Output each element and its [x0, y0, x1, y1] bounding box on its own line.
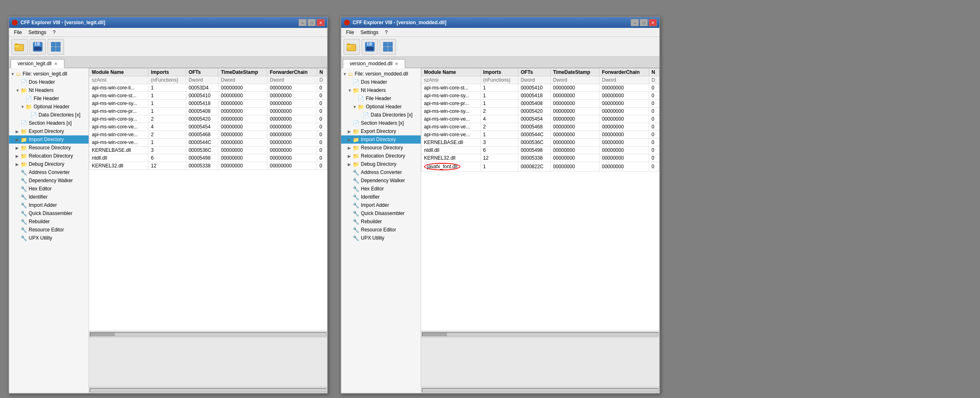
sidebar-item-file-header[interactable]: 📄File Header: [341, 94, 421, 103]
sidebar-item-address-converter[interactable]: 🔧Address Converter: [341, 168, 421, 176]
close-button[interactable]: ✕: [649, 19, 657, 26]
sidebar-item-dependency-walker[interactable]: 🔧Dependency Walker: [341, 176, 421, 185]
menu-item-?[interactable]: ?: [382, 29, 391, 36]
table-cell-3-0: api-ms-win-core-sy...: [422, 108, 481, 115]
maximize-button[interactable]: □: [308, 19, 316, 26]
close-button[interactable]: ✕: [317, 19, 325, 26]
table-row[interactable]: ntdll.dll60000549800000000000000000: [89, 154, 327, 162]
save-button[interactable]: [30, 39, 46, 55]
sidebar-item-rebuilder[interactable]: 🔧Rebuilder: [9, 217, 89, 226]
table-cell-10-0: javafx_font.dll: [422, 162, 481, 172]
sidebar-item-dos-header[interactable]: 📄Dos Header: [9, 78, 89, 86]
table-row[interactable]: javafx_font.dll10000822C0000000000000000…: [422, 162, 659, 172]
sidebar-item-relocation-directory[interactable]: ▶📁Relocation Directory: [9, 152, 89, 160]
table-cell-6-2: 0000544C: [518, 131, 550, 139]
sidebar-item-quick-disassembler[interactable]: 🔧Quick Disassembler: [341, 209, 421, 217]
sidebar-item-quick-disassembler[interactable]: 🔧Quick Disassembler: [9, 209, 89, 217]
tiles-button[interactable]: [48, 39, 64, 55]
maximize-button[interactable]: □: [640, 19, 648, 26]
sidebar-item-hex-editor[interactable]: 🔧Hex Editor: [341, 185, 421, 193]
sidebar-item-nt-headers[interactable]: ▼📁Nt Headers: [341, 86, 421, 94]
open-button[interactable]: [344, 39, 360, 55]
tiles-button[interactable]: [380, 39, 396, 55]
table-row[interactable]: api-ms-win-core-st...1000054100000000000…: [422, 84, 659, 92]
sidebar-item-section-headers--x-[interactable]: 📄Section Headers [x]: [341, 119, 421, 127]
table-row[interactable]: ntdll.dll60000549800000000000000000: [422, 146, 659, 154]
sidebar-item-import-directory[interactable]: ▶📁Import Directory: [341, 135, 421, 144]
table-row[interactable]: api-ms-win-core-sy...1000054180000000000…: [89, 100, 327, 108]
table-row[interactable]: KERNEL32.dll120000533800000000000000000: [422, 154, 659, 162]
scrollbar-thumb[interactable]: [90, 333, 115, 336]
table-row[interactable]: api-ms-win-core-ve...2000054680000000000…: [89, 131, 327, 139]
sidebar-item-debug-directory[interactable]: ▶📁Debug Directory: [9, 160, 89, 168]
table-row[interactable]: api-ms-win-core-st...1000054100000000000…: [89, 92, 327, 100]
tab-close-button[interactable]: ✕: [54, 62, 57, 66]
tab-main[interactable]: version_modded.dll✕: [343, 59, 405, 68]
sidebar-item-import-adder[interactable]: 🔧Import Adder: [341, 201, 421, 209]
sidebar-item-debug-directory[interactable]: ▶📁Debug Directory: [341, 160, 421, 168]
sidebar-item-upx-utility[interactable]: 🔧UPX Utility: [9, 234, 89, 242]
menu-item-file[interactable]: File: [343, 29, 357, 36]
horizontal-scrollbar[interactable]: [421, 331, 659, 337]
table-row[interactable]: api-ms-win-core-ve...2000054680000000000…: [422, 123, 659, 131]
tab-main[interactable]: version_legit.dll✕: [11, 59, 64, 68]
tab-close-button[interactable]: ✕: [395, 62, 398, 66]
table-container[interactable]: Module NameImportsOFTsTimeDateStampForwa…: [421, 68, 659, 331]
sidebar-item-relocation-directory[interactable]: ▶📁Relocation Directory: [341, 152, 421, 160]
sidebar-item-file--version-legit-dll[interactable]: ▼🗂File: version_legit.dll: [9, 70, 89, 78]
sidebar-item-resource-directory[interactable]: ▶📁Resource Directory: [9, 144, 89, 152]
menu-item-settings[interactable]: Settings: [25, 29, 49, 36]
main-area: ▼🗂File: version_modded.dll📄Dos Header▼📁N…: [341, 68, 659, 393]
sidebar-item-data-directories--x-[interactable]: 📄Data Directories [x]: [341, 111, 421, 119]
table-row[interactable]: api-ms-win-core-ve...10000544C0000000000…: [422, 131, 659, 139]
table-row[interactable]: api-ms-win-core-sy...1000054180000000000…: [422, 92, 659, 100]
table-container[interactable]: Module NameImportsOFTsTimeDateStampForwa…: [89, 68, 327, 331]
sidebar-item-import-directory[interactable]: ▶📁Import Directory: [9, 135, 89, 144]
minimize-button[interactable]: –: [631, 19, 639, 26]
save-button[interactable]: [362, 39, 378, 55]
minimize-button[interactable]: –: [299, 19, 307, 26]
sidebar-item-file-header[interactable]: 📄File Header: [9, 94, 89, 103]
svg-point-12: [344, 20, 350, 25]
table-row[interactable]: api-ms-win-core-ve...10000544C0000000000…: [89, 139, 327, 146]
sidebar-item-identifier[interactable]: 🔧Identifier: [9, 193, 89, 201]
sidebar-item-identifier[interactable]: 🔧Identifier: [341, 193, 421, 201]
menu-item-settings[interactable]: Settings: [357, 29, 381, 36]
sidebar-item-import-adder[interactable]: 🔧Import Adder: [9, 201, 89, 209]
table-row[interactable]: api-ms-win-core-sy...2000054200000000000…: [89, 115, 327, 123]
scrollbar-thumb[interactable]: [422, 333, 447, 336]
sidebar-item-optional-header[interactable]: ▼📁Optional Header: [9, 103, 89, 111]
table-row[interactable]: KERNELBASE.dll30000536C00000000000000000: [89, 146, 327, 154]
sidebar-item-dos-header[interactable]: 📄Dos Header: [341, 78, 421, 86]
open-button[interactable]: [11, 39, 28, 55]
bottom-scrollbar[interactable]: [89, 387, 327, 393]
menu-item-?[interactable]: ?: [50, 29, 59, 36]
table-row[interactable]: api-ms-win-core-pr...1000054080000000000…: [422, 100, 659, 108]
sidebar-item-file--version-modded-dll[interactable]: ▼🗂File: version_modded.dll: [341, 70, 421, 78]
table-row[interactable]: api-ms-win-core-ve...4000054540000000000…: [422, 115, 659, 123]
table-row[interactable]: api-ms-win-core-sy...2000054200000000000…: [422, 108, 659, 115]
sidebar-item-resource-editor[interactable]: 🔧Resource Editor: [341, 226, 421, 234]
menu-item-file[interactable]: File: [11, 29, 25, 36]
sidebar-item-address-converter[interactable]: 🔧Address Converter: [9, 168, 89, 176]
sidebar-item-dependency-walker[interactable]: 🔧Dependency Walker: [9, 176, 89, 185]
sidebar-item-export-directory[interactable]: ▶📁Export Directory: [341, 127, 421, 135]
sidebar-item-hex-editor[interactable]: 🔧Hex Editor: [9, 185, 89, 193]
table-row[interactable]: KERNEL32.dll120000533800000000000000000: [89, 162, 327, 170]
bottom-scrollbar[interactable]: [421, 387, 659, 393]
sidebar-item-export-directory[interactable]: ▶📁Export Directory: [9, 127, 89, 135]
sidebar-item-nt-headers[interactable]: ▼📁Nt Headers: [9, 86, 89, 94]
table-row[interactable]: api-ms-win-core-ve...4000054540000000000…: [89, 123, 327, 131]
sidebar-item-upx-utility[interactable]: 🔧UPX Utility: [341, 234, 421, 242]
tree-icon-item: 📄: [21, 120, 27, 126]
table-row[interactable]: api-ms-win-core-pr...1000054080000000000…: [89, 108, 327, 115]
sidebar-item-section-headers--x-[interactable]: 📄Section Headers [x]: [9, 119, 89, 127]
sidebar-item-optional-header[interactable]: ▼📁Optional Header: [341, 103, 421, 111]
table-row[interactable]: KERNELBASE.dll30000536C00000000000000000: [422, 139, 659, 146]
sidebar-item-data-directories--x-[interactable]: 📄Data Directories [x]: [9, 111, 89, 119]
sidebar-item-resource-directory[interactable]: ▶📁Resource Directory: [341, 144, 421, 152]
sidebar-item-resource-editor[interactable]: 🔧Resource Editor: [9, 226, 89, 234]
sidebar-item-rebuilder[interactable]: 🔧Rebuilder: [341, 217, 421, 226]
table-row[interactable]: api-ms-win-core-li...100053D400000000000…: [89, 84, 327, 92]
horizontal-scrollbar[interactable]: [89, 331, 327, 337]
